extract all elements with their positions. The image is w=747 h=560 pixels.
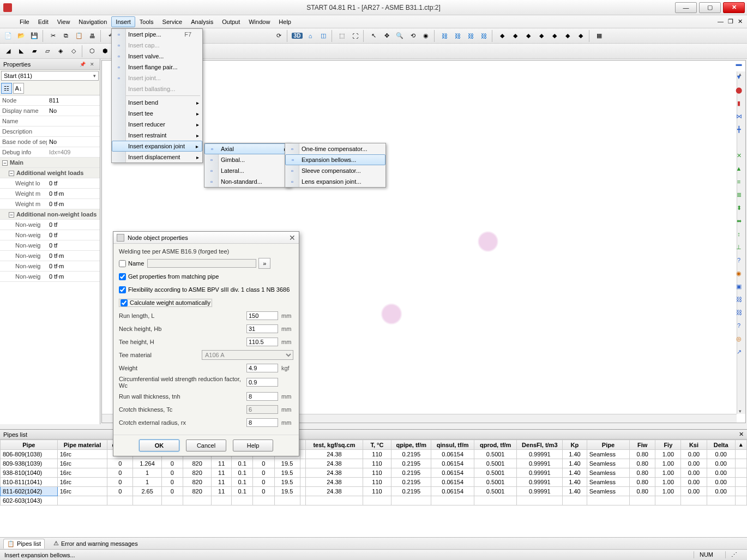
col-header[interactable]: qpipe, tf/m (391, 440, 431, 450)
table-row[interactable]: 811-602(1042)16rc02.650820110.1019.524.3… (1, 487, 747, 496)
menu-help[interactable]: Help (274, 16, 296, 27)
menuitem-lateral-[interactable]: ▫Lateral... (204, 165, 291, 176)
col-header[interactable]: qprod, tf/m (474, 440, 517, 450)
table-row[interactable]: 809-938(1039)16rc01.2640820110.1019.524.… (1, 459, 747, 468)
panel-close-icon[interactable]: ✕ (90, 62, 94, 67)
tb-cut[interactable]: ✂ (47, 30, 59, 42)
menuitem-axial[interactable]: ▫Axial (204, 143, 291, 154)
rt-10[interactable]: ≣ (733, 189, 745, 201)
col-header[interactable]: Fiw (630, 440, 655, 450)
table-row[interactable]: 938-810(1040)16rc010820110.1019.524.3811… (1, 468, 747, 478)
rt-9[interactable]: ≡ (733, 176, 745, 188)
menu-view[interactable]: View (53, 16, 75, 27)
tb-g7[interactable]: ◆ (575, 30, 587, 42)
tb-select[interactable]: ↖ (368, 30, 379, 42)
menuitem-insert-expansion-joint[interactable]: Insert expansion joint (112, 141, 202, 152)
tb-print[interactable]: 🖶 (86, 30, 98, 42)
mdi-minimize[interactable]: — (718, 18, 724, 25)
col-header[interactable]: T, °C (363, 440, 391, 450)
menuitem-insert-reducer[interactable]: Insert reducer (112, 119, 202, 130)
col-header[interactable] (300, 440, 305, 450)
col-header[interactable]: DensFl, t/m3 (517, 440, 563, 450)
tb-home-icon[interactable]: ⌂ (304, 30, 316, 42)
pin-icon[interactable]: 📌 (80, 62, 86, 67)
tb-3d[interactable]: 3D (291, 30, 303, 42)
tb-open[interactable]: 📂 (15, 30, 27, 42)
cancel-button[interactable]: Cancel (186, 439, 226, 451)
menu-window[interactable]: Window (244, 16, 274, 27)
maximize-button[interactable]: ▢ (699, 2, 721, 13)
minimize-button[interactable]: — (675, 2, 697, 13)
menuitem-non-standard-[interactable]: ▫Non-standard... (204, 176, 291, 187)
tb2-6[interactable]: ◇ (68, 45, 80, 57)
tb-orbit[interactable]: ◉ (420, 30, 432, 42)
tb-g4[interactable]: ◆ (535, 30, 547, 42)
tb2-7[interactable]: ⬡ (86, 45, 98, 57)
rt-11[interactable]: ⬍ (733, 202, 745, 214)
rt-17[interactable]: ▣ (733, 280, 745, 292)
close-button[interactable]: ✕ (723, 2, 745, 13)
rt-21[interactable]: ◎ (733, 333, 745, 345)
pipes-list-close[interactable]: ✕ (739, 431, 744, 438)
tb2-5[interactable]: ◈ (55, 45, 67, 57)
menuitem-lens-expansion-joint-[interactable]: ▫Lens expansion joint... (285, 176, 385, 187)
field-7[interactable] (246, 405, 278, 414)
menuitem-insert-valve-[interactable]: ▫Insert valve... (112, 51, 202, 62)
rt-3[interactable]: ⬤ (733, 84, 745, 96)
rt-18[interactable]: ⛓ (733, 293, 745, 305)
tb-paste[interactable]: 📋 (73, 30, 85, 42)
table-row[interactable]: 602-603(1043) (1, 496, 747, 505)
field-0[interactable] (246, 311, 278, 320)
tb-link1[interactable]: ⛓ (438, 30, 450, 42)
menuitem-insert-restraint[interactable]: Insert restraint (112, 130, 202, 141)
rt-12[interactable]: ⬌ (733, 215, 745, 227)
field-5[interactable] (246, 378, 278, 387)
flexibility-checkbox[interactable]: Flexibility according to ASME BPV sIII d… (119, 286, 290, 293)
col-header[interactable]: Fiy (655, 440, 681, 450)
help-button[interactable]: Help (233, 439, 273, 451)
menuitem-insert-displacement[interactable]: Insert displacement (112, 152, 202, 162)
calc-weight-checkbox[interactable]: Calculate weight automatically (119, 299, 212, 307)
tb-save[interactable]: 💾 (28, 30, 40, 42)
field-4[interactable] (246, 364, 278, 372)
menu-file[interactable]: File (15, 16, 34, 27)
tab-pipes-list[interactable]: 📋 Pipes list (3, 539, 45, 549)
tb-link4[interactable]: ⛓ (478, 30, 490, 42)
col-header[interactable]: qinsul, tf/m (431, 440, 474, 450)
menu-tools[interactable]: Tools (135, 16, 158, 27)
menuitem-sleeve-compensator-[interactable]: ▫Sleeve compensator... (285, 165, 385, 176)
menuitem-expansion-bellows-[interactable]: ▫Expansion bellows... (285, 154, 385, 165)
col-header[interactable]: test, kgf/sq.cm (306, 440, 363, 450)
menu-insert[interactable]: Insert (111, 16, 135, 27)
menu-edit[interactable]: Edit (34, 16, 53, 27)
menuitem-insert-tee[interactable]: Insert tee (112, 108, 202, 119)
tb-rotate[interactable]: ⟲ (407, 30, 419, 42)
menu-navigation[interactable]: Navigation (74, 16, 111, 27)
tb-new[interactable]: 📄 (2, 30, 14, 42)
rt-22[interactable]: ↗ (733, 346, 745, 358)
categorized-button[interactable]: ☷ (1, 83, 12, 94)
tb-cube-icon[interactable]: ◫ (317, 30, 329, 42)
name-checkbox[interactable]: Name (119, 260, 144, 267)
alphabetical-button[interactable]: A↓ (13, 83, 24, 94)
rt-16[interactable]: ◉ (733, 267, 745, 279)
menuitem-gimbal-[interactable]: ▫Gimbal... (204, 154, 291, 165)
tb-g5[interactable]: ◆ (549, 30, 561, 42)
col-header[interactable]: Pipe (1, 440, 58, 450)
get-props-checkbox[interactable]: Get properties from matching pipe (119, 273, 219, 280)
menuitem-insert-flange-pair-[interactable]: ▫Insert flange pair... (112, 62, 202, 73)
field-8[interactable] (246, 418, 278, 427)
rt-6[interactable]: ╋ (733, 123, 745, 135)
field-1[interactable] (246, 324, 278, 333)
field-2[interactable] (246, 338, 278, 346)
tb2-4[interactable]: ▱ (41, 45, 53, 57)
tb-pan[interactable]: ✥ (381, 30, 393, 42)
ok-button[interactable]: OK (139, 439, 179, 451)
mdi-restore[interactable]: ❐ (728, 18, 733, 25)
tb-zoom-extents[interactable]: ⛶ (349, 30, 361, 42)
tb-g1[interactable]: ◆ (496, 30, 508, 42)
menu-analysis[interactable]: Analysis (186, 16, 218, 27)
tb2-2[interactable]: ◣ (15, 45, 27, 57)
menu-output[interactable]: Output (218, 16, 244, 27)
menuitem-one-time-compensator-[interactable]: ▫One-time compensator... (285, 143, 385, 154)
